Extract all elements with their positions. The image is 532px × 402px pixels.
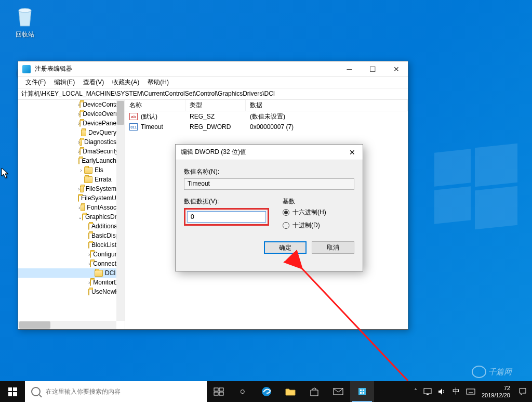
- folder-icon: [90, 279, 91, 286]
- tray-volume-icon[interactable]: [438, 388, 446, 395]
- value-name: Timeout: [141, 123, 163, 131]
- regedit-taskbar-icon[interactable]: [350, 381, 374, 402]
- start-button[interactable]: [0, 381, 25, 402]
- tree-node[interactable]: EarlyLaunch: [18, 156, 116, 165]
- col-type[interactable]: 类型: [185, 100, 246, 111]
- edge-taskbar-icon[interactable]: [255, 381, 278, 402]
- tree-node[interactable]: ⌄GraphicsDrive: [18, 212, 116, 222]
- folder-icon: [90, 251, 91, 258]
- tree-node[interactable]: UseNewKe: [18, 287, 116, 296]
- dialog-titlebar[interactable]: 编辑 DWORD (32 位)值 ✕: [176, 145, 363, 160]
- action-center-icon[interactable]: [518, 387, 527, 396]
- tree-vertical-scrollbar[interactable]: [116, 100, 125, 321]
- task-view-button[interactable]: [207, 381, 231, 402]
- svg-rect-18: [363, 392, 364, 394]
- tree-node-label: FileSystem: [86, 185, 116, 192]
- minimize-button[interactable]: ─: [338, 61, 361, 77]
- folder-icon: [79, 120, 81, 127]
- tree-node[interactable]: ›Diagnostics: [18, 137, 116, 147]
- folder-icon: [79, 148, 81, 155]
- tree-node-label: UseNewKe: [91, 288, 116, 295]
- tree-node[interactable]: Additional: [18, 222, 116, 231]
- folder-icon: [78, 158, 80, 164]
- folder-icon: [88, 232, 89, 239]
- tree-horizontal-scrollbar[interactable]: [18, 321, 116, 329]
- tree-node[interactable]: ›Els: [18, 165, 116, 175]
- tree-node[interactable]: ›DevicePanels: [18, 119, 116, 128]
- folder-icon: [84, 176, 92, 183]
- tray-chevron-icon[interactable]: ˄: [414, 388, 417, 395]
- cancel-button[interactable]: 取消: [312, 241, 354, 254]
- store-icon[interactable]: [302, 381, 326, 402]
- menu-help[interactable]: 帮助(H): [143, 77, 173, 88]
- maximize-button[interactable]: ☐: [361, 61, 384, 77]
- mail-icon[interactable]: [326, 381, 350, 402]
- tree-node[interactable]: ›Connectivi: [18, 259, 116, 268]
- window-title: 注册表编辑器: [35, 64, 338, 73]
- window-titlebar[interactable]: 注册表编辑器 ─ ☐ ✕: [18, 61, 408, 77]
- regedit-icon: [22, 65, 31, 73]
- tree-node[interactable]: FileSystemUti: [18, 193, 116, 203]
- tree-expander-icon[interactable]: ⌄: [78, 214, 82, 220]
- clock-time: 72: [482, 384, 510, 392]
- ok-button[interactable]: 确定: [264, 241, 307, 254]
- tree-node-label: Connectivi: [93, 260, 116, 267]
- menu-view[interactable]: 查看(V): [79, 77, 108, 88]
- menu-edit[interactable]: 编辑(E): [50, 77, 79, 88]
- tree-node[interactable]: ›FontAssoc: [18, 203, 116, 212]
- watermark: 千篇网: [472, 365, 529, 379]
- address-bar[interactable]: 计算机\HKEY_LOCAL_MACHINE\SYSTEM\CurrentCon…: [18, 88, 408, 100]
- taskbar-search[interactable]: 在这里输入你要搜索的内容: [25, 381, 207, 402]
- tree-node[interactable]: ›FileSystem: [18, 184, 116, 193]
- tree-expander-icon[interactable]: ›: [78, 167, 84, 173]
- tree-node[interactable]: ›DmaSecurity: [18, 147, 116, 156]
- string-value-icon: ab: [129, 113, 138, 120]
- tree-node[interactable]: Errata: [18, 175, 116, 184]
- tree-node-label: MonitorDa: [93, 279, 116, 286]
- folder-icon: [79, 139, 82, 146]
- taskbar: 在这里输入你要搜索的内容 ○ ˄ 中: [0, 381, 532, 402]
- menu-favorites[interactable]: 收藏夹(A): [108, 77, 143, 88]
- value-data: (数值未设置): [246, 112, 408, 121]
- listview-header[interactable]: 名称 类型 数据: [125, 100, 408, 111]
- menu-file[interactable]: 文件(F): [21, 77, 50, 88]
- file-explorer-icon[interactable]: [278, 381, 302, 402]
- registry-tree[interactable]: ›DeviceContai›DeviceOverri›DevicePanelsD…: [18, 100, 125, 329]
- tray-network-icon[interactable]: [423, 388, 432, 395]
- svg-text:千篇网: 千篇网: [488, 367, 513, 376]
- tree-node-label: FileSystemUti: [81, 194, 116, 202]
- svg-rect-8: [214, 388, 218, 391]
- list-row[interactable]: 011TimeoutREG_DWORD0x00000007 (7): [125, 122, 408, 132]
- tree-node-label: BasicDispla: [91, 232, 116, 239]
- tree-node-label: Els: [95, 166, 103, 174]
- tree-node[interactable]: ›MonitorDa: [18, 278, 116, 287]
- desktop-icon-recycle-bin[interactable]: 回收站: [7, 5, 43, 39]
- tree-node[interactable]: ›DeviceContai: [18, 100, 116, 109]
- search-icon: [31, 387, 41, 396]
- tray-keyboard-icon[interactable]: [466, 388, 475, 395]
- col-name[interactable]: 名称: [125, 100, 185, 111]
- value-data-input[interactable]: [187, 211, 266, 223]
- radio-dec[interactable]: 十进制(D): [283, 221, 354, 230]
- tree-node[interactable]: BasicDispla: [18, 231, 116, 240]
- close-button[interactable]: ✕: [384, 61, 408, 77]
- tree-node[interactable]: ›Configurati: [18, 250, 116, 259]
- col-data[interactable]: 数据: [246, 100, 408, 111]
- folder-icon: [79, 101, 81, 108]
- tree-node[interactable]: DCI: [18, 268, 116, 278]
- list-row[interactable]: ab(默认)REG_SZ(数值未设置): [125, 111, 408, 122]
- tree-node[interactable]: ›DeviceOverri: [18, 109, 116, 119]
- value-name-label: 数值名称(N):: [184, 167, 354, 176]
- radio-hex[interactable]: 十六进制(H): [283, 208, 354, 217]
- cortana-icon[interactable]: ○: [231, 381, 255, 402]
- dialog-title: 编辑 DWORD (32 位)值: [181, 148, 342, 157]
- tree-node[interactable]: DevQuery: [18, 128, 116, 137]
- edit-dword-dialog: 编辑 DWORD (32 位)值 ✕ 数值名称(N): Timeout 数值数据…: [175, 144, 363, 271]
- tray-ime[interactable]: 中: [453, 387, 460, 396]
- taskbar-clock[interactable]: 72 2019/12/20: [482, 384, 512, 399]
- svg-rect-16: [363, 390, 364, 391]
- dialog-close-button[interactable]: ✕: [342, 145, 363, 160]
- folder-icon: [80, 186, 84, 192]
- tree-node[interactable]: BlockList: [18, 240, 116, 250]
- menubar: 文件(F) 编辑(E) 查看(V) 收藏夹(A) 帮助(H): [18, 77, 408, 88]
